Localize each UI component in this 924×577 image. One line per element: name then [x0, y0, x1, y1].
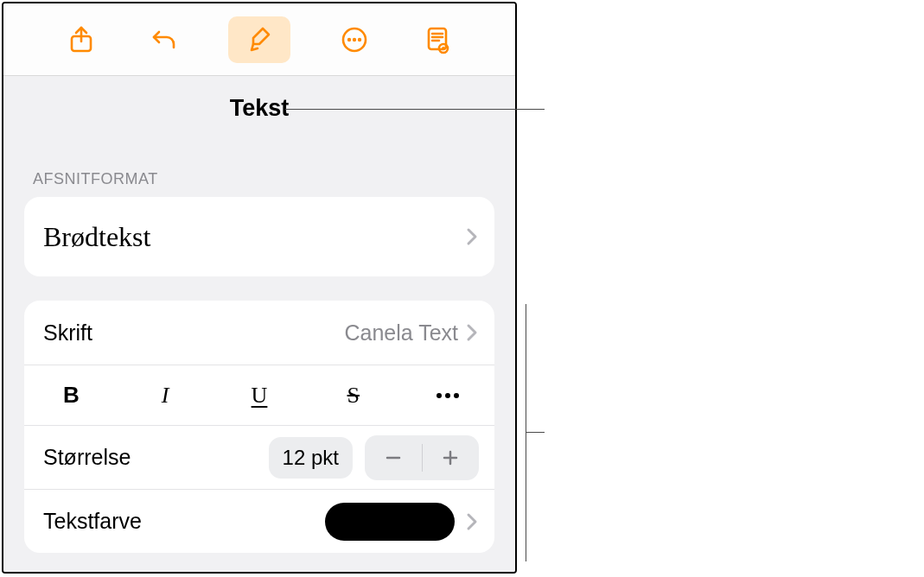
paragraph-style-value: Brødtekst — [43, 221, 150, 253]
paragraph-style-row[interactable]: Brødtekst — [24, 197, 494, 276]
underline-button[interactable]: U — [213, 365, 307, 425]
text-color-swatch — [325, 503, 455, 541]
callout-line — [526, 304, 526, 561]
size-decrease-button[interactable] — [365, 435, 422, 480]
chevron-right-icon — [465, 511, 479, 532]
undo-icon[interactable] — [145, 21, 183, 59]
paragraph-style-card: Brødtekst — [24, 197, 494, 276]
svg-point-10 — [454, 393, 459, 398]
panel-title: Tekst — [3, 76, 515, 130]
toolbar — [3, 3, 515, 76]
format-panel: Tekst AFSNITFORMAT Brødtekst Skrift Cane… — [2, 2, 517, 574]
font-value: Canela Text — [344, 320, 458, 346]
text-color-label: Tekstfarve — [43, 509, 142, 534]
italic-button[interactable]: I — [118, 365, 213, 425]
chevron-right-icon — [465, 226, 479, 247]
svg-point-3 — [353, 37, 356, 41]
size-label: Størrelse — [43, 445, 131, 470]
content-area: Tekst AFSNITFORMAT Brødtekst Skrift Cane… — [3, 76, 515, 572]
section-label-paragraph: AFSNITFORMAT — [3, 130, 515, 197]
font-label: Skrift — [43, 320, 92, 346]
svg-point-2 — [347, 37, 351, 41]
font-card: Skrift Canela Text B I U S — [24, 301, 494, 553]
more-text-options-button[interactable] — [400, 365, 494, 425]
chevron-right-icon — [465, 322, 479, 343]
size-row: Størrelse 12 pkt — [24, 425, 494, 489]
svg-point-9 — [445, 393, 450, 398]
svg-point-7 — [442, 47, 445, 50]
svg-rect-5 — [429, 29, 446, 49]
share-icon[interactable] — [62, 21, 100, 59]
more-icon[interactable] — [335, 21, 373, 59]
svg-point-8 — [437, 393, 442, 398]
svg-point-4 — [358, 37, 361, 41]
text-color-row[interactable]: Tekstfarve — [24, 489, 494, 553]
bold-button[interactable]: B — [24, 365, 118, 425]
text-style-bar: B I U S — [24, 365, 494, 425]
size-value[interactable]: 12 pkt — [269, 437, 353, 479]
size-stepper — [365, 435, 479, 480]
size-increase-button[interactable] — [423, 435, 480, 480]
format-brush-icon[interactable] — [228, 16, 290, 63]
callout-line — [285, 109, 545, 110]
strikethrough-button[interactable]: S — [306, 365, 400, 425]
callout-line — [526, 432, 545, 433]
font-row[interactable]: Skrift Canela Text — [24, 301, 494, 365]
reading-mode-icon[interactable] — [418, 21, 456, 59]
